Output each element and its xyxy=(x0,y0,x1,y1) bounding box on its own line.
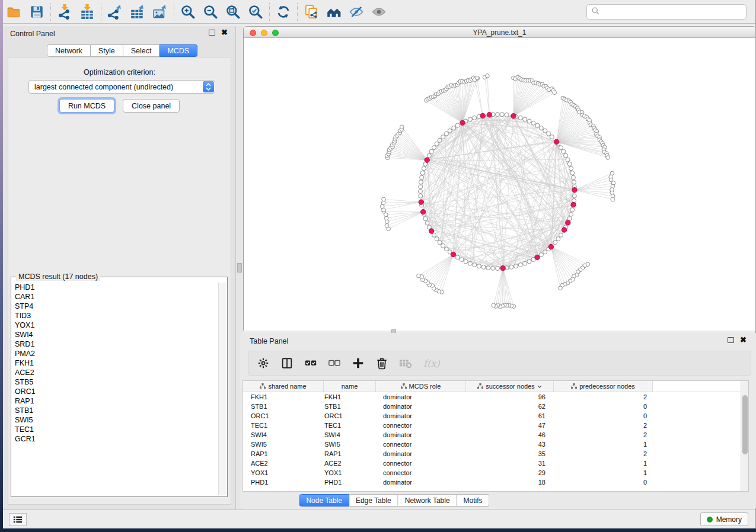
column-header-shared-name[interactable]: shared name xyxy=(243,381,324,392)
close-panel-icon[interactable]: ✖ xyxy=(221,30,228,36)
mcds-result-list[interactable]: PHD1CAR1STP4TID3YOX1SWI4SRD1PMA2FKH1ACE2… xyxy=(12,283,217,495)
zoom-in-icon[interactable] xyxy=(177,2,199,22)
mcds-result-item[interactable]: YOX1 xyxy=(12,321,217,330)
list-icon xyxy=(13,515,23,524)
vertical-splitter-handle[interactable] xyxy=(237,263,242,273)
tab-edge-table[interactable]: Edge Table xyxy=(349,494,398,507)
table-row[interactable]: SWI5SWI5connector431 xyxy=(243,440,741,449)
memory-button[interactable]: Memory xyxy=(700,512,748,526)
cell-name: FKH1 xyxy=(324,392,376,402)
control-panel: Control Panel ✖ NetworkStyleSelectMCDS O… xyxy=(3,26,236,509)
optimization-criterion-select[interactable]: largest connected component (undirected) xyxy=(28,80,215,94)
mcds-result-item[interactable]: SWI4 xyxy=(12,330,217,339)
cell-predecessor-nodes: 0 xyxy=(554,477,653,487)
column-label: predecessor nodes xyxy=(579,383,635,390)
tab-network-table[interactable]: Network Table xyxy=(398,494,457,507)
float-table-panel-icon[interactable] xyxy=(728,337,734,343)
cell-predecessor-nodes: 1 xyxy=(554,440,653,449)
mcds-result-item[interactable]: SWI5 xyxy=(12,415,217,425)
zoom-fit-icon[interactable] xyxy=(222,2,244,22)
delete-row-icon[interactable] xyxy=(374,355,390,371)
column-header-name[interactable]: name xyxy=(324,381,376,392)
mcds-result-scrollbar[interactable] xyxy=(218,283,226,495)
cell-predecessor-nodes: 2 xyxy=(554,421,653,430)
import-network-icon[interactable] xyxy=(53,2,76,22)
table-row[interactable]: SWI4SWI4dominator462 xyxy=(243,430,741,440)
mcds-result-item[interactable]: CAR1 xyxy=(12,292,217,302)
import-table-icon[interactable] xyxy=(76,2,98,22)
attribute-icon xyxy=(477,383,483,390)
network-graph[interactable] xyxy=(244,39,755,331)
add-row-icon[interactable] xyxy=(350,355,366,371)
network-canvas[interactable] xyxy=(244,39,755,331)
new-network-from-selection-icon[interactable] xyxy=(300,2,323,22)
save-session-icon[interactable] xyxy=(25,2,48,22)
table-row[interactable]: FKH1FKH1dominator962 xyxy=(243,392,741,402)
toolbar-separator xyxy=(174,3,174,21)
cell-shared-name: SWI5 xyxy=(243,440,324,449)
mcds-result-item[interactable]: STB5 xyxy=(12,377,217,387)
table-row[interactable]: RAP1RAP1dominator352 xyxy=(243,449,741,459)
tab-motifs[interactable]: Motifs xyxy=(457,494,490,507)
mcds-result-item[interactable]: PMA2 xyxy=(12,349,217,358)
export-table-icon[interactable] xyxy=(126,2,149,22)
show-columns-icon[interactable] xyxy=(279,355,295,371)
column-header-MCDS-role[interactable]: MCDS role xyxy=(376,381,466,392)
table-scrollbar[interactable] xyxy=(741,381,748,491)
search-field[interactable] xyxy=(586,4,747,20)
refresh-layout-icon[interactable] xyxy=(272,2,295,22)
tab-network[interactable]: Network xyxy=(47,44,91,57)
export-image-icon[interactable] xyxy=(149,2,171,22)
cell-name: STB1 xyxy=(324,402,376,411)
mcds-result-item[interactable]: ORC1 xyxy=(12,387,217,396)
fx-icon: f(x) xyxy=(423,358,439,369)
network-window-titlebar[interactable]: YPA_prune.txt_1 xyxy=(244,27,755,38)
cell-successor-nodes: 31 xyxy=(466,459,554,468)
settings-icon[interactable] xyxy=(256,355,271,371)
tab-select[interactable]: Select xyxy=(123,44,160,57)
deselect-all-icon[interactable] xyxy=(327,355,342,371)
column-header-predecessor-nodes[interactable]: predecessor nodes xyxy=(554,381,653,392)
mcds-result-item[interactable]: TID3 xyxy=(12,311,217,321)
run-mcds-button[interactable]: Run MCDS xyxy=(59,99,114,113)
control-panel-window-controls: ✖ xyxy=(209,30,228,36)
mcds-result-item[interactable]: TEC1 xyxy=(12,425,217,434)
first-neighbors-icon[interactable] xyxy=(323,2,345,22)
zoom-selected-icon[interactable] xyxy=(244,2,267,22)
cell-MCDS-role: dominator xyxy=(376,449,466,459)
table-row[interactable]: ORC1ORC1dominator610 xyxy=(243,411,741,421)
mcds-result-item[interactable]: STB1 xyxy=(12,406,217,415)
float-panel-icon[interactable] xyxy=(209,30,215,36)
task-history-button[interactable] xyxy=(9,513,27,526)
table-row[interactable]: TEC1TEC1connector472 xyxy=(243,421,741,430)
export-network-icon[interactable] xyxy=(104,2,126,22)
mcds-result-item[interactable]: FKH1 xyxy=(12,358,217,368)
tab-style[interactable]: Style xyxy=(91,44,123,57)
tab-node-table[interactable]: Node Table xyxy=(299,494,349,507)
zoom-out-icon[interactable] xyxy=(199,2,222,22)
cell-name: ORC1 xyxy=(324,411,376,421)
mcds-result-item[interactable]: ACE2 xyxy=(12,368,217,377)
table-row[interactable]: STB1STB1dominator620 xyxy=(243,402,741,411)
mcds-result-item[interactable]: SRD1 xyxy=(12,339,217,349)
column-header-successor-nodes[interactable]: successor nodes xyxy=(466,381,554,392)
mcds-result-item[interactable]: GCR1 xyxy=(12,434,217,444)
cell-MCDS-role: connector xyxy=(376,468,466,477)
table-row[interactable]: ACE2ACE2connector311 xyxy=(243,459,741,468)
toolbar-separator xyxy=(297,3,298,21)
close-table-panel-icon[interactable]: ✖ xyxy=(740,337,747,343)
table-row[interactable]: YOX1YOX1connector291 xyxy=(243,468,741,477)
select-all-icon[interactable] xyxy=(303,355,318,371)
open-session-icon[interactable] xyxy=(3,2,25,22)
tab-mcds[interactable]: MCDS xyxy=(160,44,197,57)
mcds-result-item[interactable]: STP4 xyxy=(12,302,217,311)
sort-desc-icon xyxy=(537,385,542,388)
mcds-result-item[interactable]: PHD1 xyxy=(12,283,217,292)
show-all-icon[interactable] xyxy=(368,2,390,22)
close-panel-button[interactable]: Close panel xyxy=(123,99,180,113)
mcds-result-item[interactable]: RAP1 xyxy=(12,396,217,406)
table-row[interactable]: PHD1PHD1dominator180 xyxy=(243,477,741,487)
hide-selected-icon[interactable] xyxy=(345,2,368,22)
table-scrollbar-thumb[interactable] xyxy=(742,395,748,454)
cell-successor-nodes: 61 xyxy=(466,411,554,421)
